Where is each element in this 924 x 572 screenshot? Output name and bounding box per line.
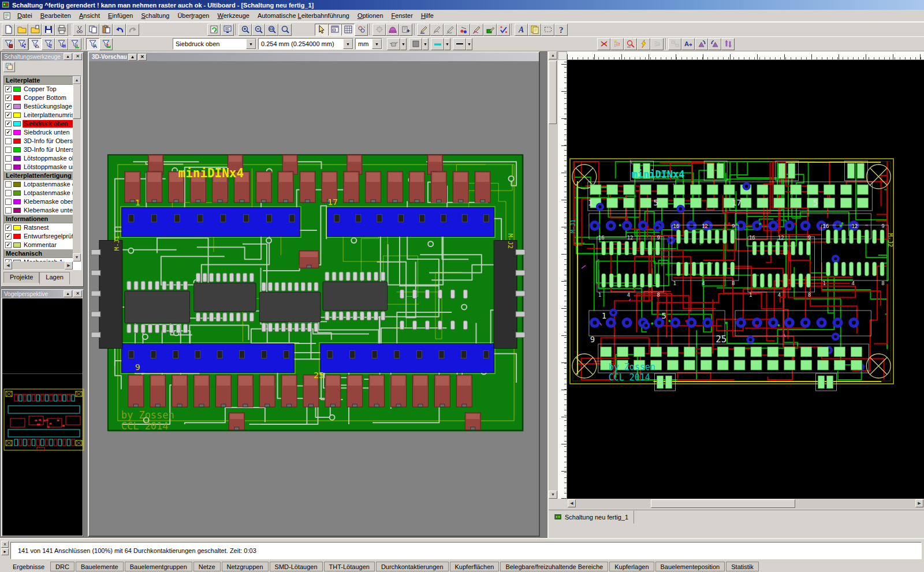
save-button[interactable]	[42, 24, 55, 36]
layer-visibility-checkbox[interactable]: ✓	[5, 225, 12, 231]
units-combobox[interactable]: mm ▼	[355, 38, 382, 50]
layer-row[interactable]: ✓Ratsnest	[4, 223, 73, 232]
rotate-cw-button[interactable]	[695, 38, 708, 50]
grid-spacing-combobox[interactable]: 0.254 mm (0.254000 mm) ▼	[258, 38, 353, 50]
print-button[interactable]	[55, 24, 68, 36]
toolbox-tab-projekte[interactable]: Projekte	[3, 272, 39, 283]
document-tab[interactable]: Schaltung neu fertig_1	[551, 511, 634, 524]
layer-row[interactable]: ✓Siebdruck unten	[4, 128, 73, 137]
zoom-window-button[interactable]	[265, 24, 278, 36]
results-tab[interactable]: Netzgruppen	[222, 562, 269, 571]
layer-visibility-checkbox[interactable]	[5, 155, 12, 162]
help-button[interactable]: ?	[554, 24, 568, 36]
filter-smd-button[interactable]	[42, 38, 55, 50]
flip-vertical-button[interactable]	[721, 38, 735, 50]
undo-button[interactable]	[113, 24, 126, 36]
draw-curve-button[interactable]	[444, 24, 457, 36]
layer-color-swatch[interactable]	[13, 87, 21, 92]
filter-shapes-button[interactable]	[28, 38, 42, 50]
layer-row[interactable]: ✓Leiterplattenumriss	[4, 111, 73, 119]
draw-line-button[interactable]	[417, 24, 430, 36]
filter-copper-button[interactable]	[68, 38, 81, 50]
menu--bertragen[interactable]: Übertragen	[173, 10, 213, 21]
layer-options-button[interactable]	[3, 62, 15, 72]
layer-color-swatch[interactable]	[13, 190, 21, 196]
zoom-full-button[interactable]	[278, 24, 292, 36]
active-layer-combobox[interactable]: Siebdruck oben ▼	[173, 38, 256, 50]
ratsnest-delete-button[interactable]	[597, 38, 610, 50]
collapse-icon[interactable]: ▴	[128, 54, 137, 61]
layer-visibility-checkbox[interactable]	[5, 164, 12, 170]
line-style-button[interactable]	[453, 38, 466, 50]
layer-color-swatch[interactable]	[13, 199, 21, 204]
close-icon[interactable]: ✕	[73, 53, 82, 60]
layer-color-swatch[interactable]	[13, 234, 21, 239]
filter-text-button[interactable]: A	[86, 38, 99, 50]
layer-visibility-checkbox[interactable]	[5, 207, 12, 214]
results-tab[interactable]: SMD-Lötaugen	[270, 562, 323, 571]
select-arrow-button[interactable]	[315, 24, 328, 36]
menu-einf-gen[interactable]: Einfügen	[104, 10, 137, 21]
toggle-grid-button[interactable]	[341, 24, 355, 36]
results-tab[interactable]: Bauelementgruppen	[125, 562, 192, 571]
layer-color-swatch[interactable]	[13, 165, 21, 170]
comment-button[interactable]	[528, 24, 541, 36]
3d-preview-canvas[interactable]: miniDINx4 1 17 9 25 M-J1 M-J2 by Zossen …	[89, 61, 539, 536]
copy-button[interactable]	[86, 24, 99, 36]
menu-optionen[interactable]: Optionen	[353, 10, 388, 21]
layer-color-swatch[interactable]	[13, 95, 21, 100]
open-folder-doc-button[interactable]	[28, 24, 42, 36]
group-edit-button[interactable]	[355, 24, 368, 36]
results-tab[interactable]: Statistik	[726, 562, 759, 571]
3d-preview-titlebar[interactable]: 3D-Vorschau ▴ ✕	[89, 53, 539, 61]
close-icon[interactable]: ✕	[138, 54, 147, 61]
layer-visibility-checkbox[interactable]: ✓	[5, 121, 12, 127]
layer-row[interactable]: ✓Entwurfsregelprüfung	[4, 232, 73, 241]
layer-visibility-checkbox[interactable]: ✓	[5, 95, 12, 101]
menu-ansicht[interactable]: Ansicht	[75, 10, 104, 21]
layer-visibility-checkbox[interactable]: ✓	[5, 112, 12, 118]
document-icon[interactable]	[3, 12, 12, 20]
layer-visibility-checkbox[interactable]	[5, 138, 12, 144]
chevron-down-icon[interactable]: ▼	[466, 38, 472, 50]
chevron-down-icon[interactable]: ▼	[400, 38, 407, 50]
chevron-down-icon[interactable]: ▼	[343, 39, 353, 49]
layer-color-swatch[interactable]	[13, 147, 21, 152]
cut-button[interactable]	[73, 24, 86, 36]
new-file-button[interactable]	[2, 24, 15, 36]
line-width-button[interactable]	[431, 38, 444, 50]
layers-horizontal-scrollbar[interactable]: ◀▶	[4, 261, 73, 270]
layer-color-swatch[interactable]	[13, 121, 21, 126]
birdseye-view[interactable]	[2, 298, 83, 536]
filter-parts-button[interactable]	[2, 38, 15, 50]
layout-vertical-scrollbar[interactable]: ▲ ▼	[549, 51, 558, 499]
inplace-move-button[interactable]	[668, 38, 681, 50]
layer-row[interactable]: ✓Bestückungslage	[4, 102, 73, 111]
results-tab[interactable]: Bauelementeposition	[655, 562, 725, 571]
layer-color-swatch[interactable]	[13, 242, 21, 248]
results-tab[interactable]: Ergebnisse	[8, 562, 49, 571]
draw-shapes-button[interactable]	[457, 24, 470, 36]
layers-vertical-scrollbar[interactable]: ▲ ▼	[73, 76, 81, 261]
layer-visibility-checkbox[interactable]	[5, 199, 12, 205]
dock-icon[interactable]: ▸	[1, 548, 9, 555]
select-region-button[interactable]	[541, 24, 554, 36]
open-folder-button[interactable]	[15, 24, 28, 36]
layer-row[interactable]: Klebemaske unten	[4, 206, 73, 215]
copper-pour-button[interactable]	[387, 38, 400, 50]
draw-arc-button[interactable]	[430, 24, 444, 36]
layer-color-swatch[interactable]	[13, 139, 21, 144]
layer-row[interactable]: Klebemaske oben	[4, 197, 73, 206]
toolbox-tab-lagen[interactable]: Lagen	[39, 272, 70, 285]
text-tool-button[interactable]: A	[515, 24, 528, 36]
layer-color-swatch[interactable]	[13, 113, 21, 118]
toggle-screen-button[interactable]	[221, 24, 234, 36]
filter-nets-button[interactable]	[15, 38, 28, 50]
results-tab[interactable]: Durchkontaktierungen	[376, 562, 449, 571]
chevron-down-icon[interactable]: ▼	[444, 38, 450, 50]
part-wizard-button[interactable]	[372, 24, 386, 36]
zoom-in-button[interactable]	[239, 24, 252, 36]
results-tab[interactable]: THT-Lötaugen	[324, 562, 375, 571]
layer-visibility-checkbox[interactable]	[5, 147, 12, 153]
layer-row[interactable]: ✓Siebdruck oben	[4, 119, 73, 128]
